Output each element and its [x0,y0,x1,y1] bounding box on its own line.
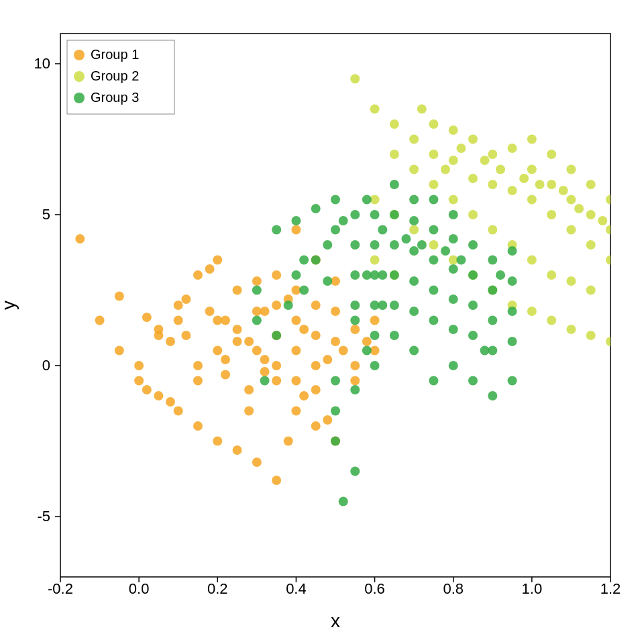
svg-point-203 [429,286,438,295]
svg-point-258 [508,376,517,386]
svg-text:0.4: 0.4 [286,580,307,597]
svg-point-244 [370,301,380,310]
svg-point-99 [142,385,152,394]
svg-point-150 [429,180,438,189]
svg-point-43 [233,286,242,295]
svg-point-240 [311,256,321,265]
scatter-plot: -0.20.00.20.40.60.81.01.2-50510xyGroup 1… [0,0,644,644]
svg-text:1.2: 1.2 [600,580,621,597]
svg-point-143 [586,240,596,250]
svg-point-219 [488,346,497,356]
svg-point-38 [205,307,215,316]
svg-point-201 [429,225,438,235]
svg-point-56 [272,361,281,370]
svg-point-133 [547,150,556,159]
svg-point-249 [449,210,458,219]
svg-point-124 [488,180,497,189]
svg-point-31 [142,313,152,322]
svg-point-113 [417,105,427,114]
svg-point-243 [362,270,372,280]
svg-point-29 [75,234,85,244]
svg-point-177 [299,256,309,265]
svg-point-208 [449,294,458,304]
svg-point-87 [339,346,348,356]
svg-point-234 [252,316,262,325]
svg-point-48 [252,276,262,286]
svg-point-187 [370,210,380,219]
svg-point-155 [527,256,537,265]
svg-point-117 [449,125,458,135]
svg-point-191 [390,210,399,219]
svg-point-264 [74,93,85,103]
svg-point-136 [559,186,568,195]
svg-point-174 [252,286,262,295]
svg-point-238 [291,270,301,280]
svg-text:5: 5 [42,206,50,223]
svg-point-85 [311,421,321,431]
svg-point-248 [429,195,438,205]
svg-point-112 [409,135,419,144]
svg-point-221 [508,246,517,256]
svg-point-204 [429,316,438,325]
svg-point-108 [323,355,332,364]
svg-point-80 [213,437,222,446]
svg-point-81 [233,445,242,455]
svg-point-262 [74,71,85,82]
svg-point-224 [508,337,517,346]
svg-point-137 [566,165,576,174]
svg-point-62 [291,346,301,356]
svg-point-70 [323,415,332,425]
svg-point-245 [378,270,387,280]
svg-point-181 [331,225,340,235]
svg-point-232 [370,331,380,340]
svg-point-175 [272,225,281,235]
svg-point-254 [429,376,438,386]
svg-point-223 [508,307,517,316]
svg-point-220 [496,270,505,280]
svg-point-214 [468,331,478,340]
svg-point-253 [409,346,419,356]
svg-point-119 [456,144,466,153]
svg-point-246 [390,180,399,189]
svg-text:Group 2: Group 2 [91,68,139,83]
svg-point-188 [370,240,380,250]
svg-point-218 [488,316,497,325]
svg-point-120 [468,135,478,144]
svg-text:-0.2: -0.2 [48,580,73,597]
svg-text:x: x [331,610,340,631]
svg-point-180 [331,195,340,205]
svg-point-184 [350,240,360,250]
svg-text:0.6: 0.6 [364,580,385,597]
svg-point-52 [260,367,270,376]
svg-point-183 [350,210,360,219]
svg-point-182 [339,216,348,225]
svg-point-92 [370,316,380,325]
svg-point-67 [311,331,321,340]
svg-point-212 [468,270,478,280]
svg-point-225 [331,376,340,386]
svg-text:0.8: 0.8 [443,580,464,597]
svg-point-139 [566,225,576,235]
svg-point-100 [166,397,175,407]
svg-point-200 [417,240,427,250]
svg-point-46 [244,385,254,394]
svg-point-196 [409,216,419,225]
svg-point-64 [299,391,309,400]
svg-point-107 [299,325,309,334]
svg-point-41 [221,355,230,364]
svg-point-63 [291,376,301,386]
svg-point-84 [291,407,301,416]
svg-point-158 [586,286,596,295]
svg-point-176 [291,216,301,225]
svg-point-105 [260,307,270,316]
svg-point-34 [174,316,183,325]
svg-point-30 [115,292,124,301]
svg-point-235 [260,376,270,386]
svg-text:y: y [0,301,19,310]
svg-point-228 [339,497,348,506]
svg-text:10: 10 [34,55,50,72]
svg-point-98 [213,256,222,265]
svg-point-76 [134,376,144,386]
svg-point-42 [221,370,230,380]
svg-point-118 [449,156,458,165]
